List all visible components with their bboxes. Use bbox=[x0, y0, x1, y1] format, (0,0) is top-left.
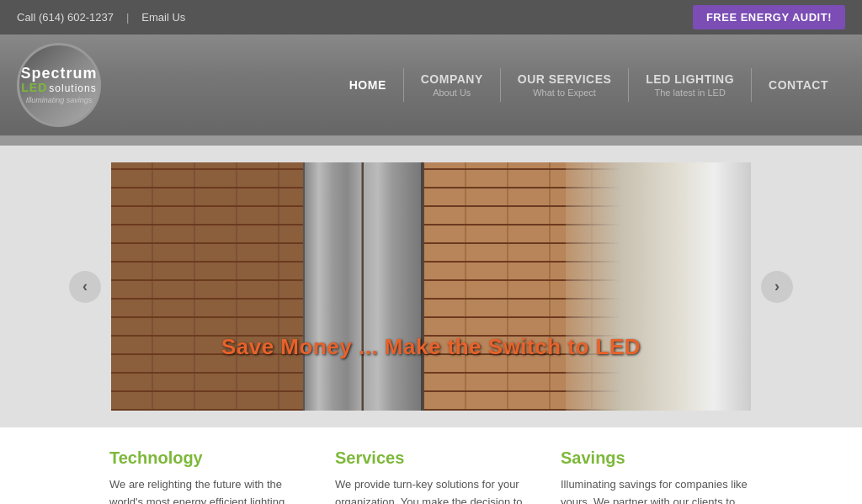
feature-savings-text: Illuminating savings for companies like … bbox=[561, 476, 753, 504]
nav-item-home[interactable]: HOME bbox=[333, 72, 403, 98]
top-bar-contact: Call (614) 602-1237 | Email Us bbox=[17, 11, 185, 24]
brick-wall-left bbox=[111, 162, 305, 411]
hero-text: Save Money ... Make the Switch to LED bbox=[221, 334, 641, 360]
feature-services: Services We provide turn-key solutions f… bbox=[335, 448, 527, 504]
corridor-bg bbox=[566, 162, 751, 411]
nav-contact-label: CONTACT bbox=[769, 78, 828, 92]
feature-technology-text: We are relighting the future with the wo… bbox=[109, 476, 301, 504]
features-section: Technology We are relighting the future … bbox=[0, 427, 862, 504]
elevator-door-right bbox=[364, 162, 423, 411]
feature-savings: Savings Illuminating savings for compani… bbox=[561, 448, 753, 504]
brick-wall-right bbox=[424, 162, 751, 411]
hero-container: ‹ Save Money ... Make the Switch to LED … bbox=[111, 162, 751, 411]
elevator-door-left bbox=[303, 162, 362, 411]
email-link[interactable]: Email Us bbox=[141, 11, 185, 24]
top-bar: Call (614) 602-1237 | Email Us FREE ENER… bbox=[0, 0, 862, 34]
nav-item-led[interactable]: LED LIGHTING The latest in LED bbox=[629, 66, 751, 104]
header: Spectrum LED solutions Illuminating savi… bbox=[0, 34, 862, 135]
nav-home-label: HOME bbox=[349, 78, 386, 92]
feature-services-text: We provide turn-key solutions for your o… bbox=[335, 476, 527, 504]
feature-technology-title: Technology bbox=[109, 448, 301, 468]
feature-services-title: Services bbox=[335, 448, 527, 468]
logo-solutions-text: solutions bbox=[49, 82, 96, 94]
nav-item-company[interactable]: COMPANY About Us bbox=[404, 66, 500, 104]
nav-company-sub: About Us bbox=[421, 88, 483, 98]
hero-section: ‹ Save Money ... Make the Switch to LED … bbox=[0, 146, 862, 427]
logo-area[interactable]: Spectrum LED solutions Illuminating savi… bbox=[17, 43, 101, 127]
feature-savings-title: Savings bbox=[561, 448, 753, 468]
header-bottom-band bbox=[0, 135, 862, 146]
main-nav: HOME COMPANY About Us OUR SERVICES What … bbox=[333, 66, 845, 104]
nav-item-contact[interactable]: CONTACT bbox=[752, 72, 845, 98]
logo-spectrum-text: Spectrum bbox=[20, 66, 97, 81]
feature-technology: Technology We are relighting the future … bbox=[109, 448, 301, 504]
nav-services-sub: What to Expect bbox=[518, 88, 612, 98]
hero-prev-button[interactable]: ‹ bbox=[69, 271, 101, 303]
phone-text: Call (614) 602-1237 bbox=[17, 11, 114, 24]
nav-company-label: COMPANY bbox=[421, 72, 483, 86]
logo-circle: Spectrum LED solutions Illuminating savi… bbox=[17, 43, 101, 127]
nav-services-label: OUR SERVICES bbox=[518, 72, 612, 86]
logo-led-text: LED bbox=[21, 81, 47, 94]
hero-next-button[interactable]: › bbox=[761, 271, 793, 303]
logo-tagline-text: Illuminating savings bbox=[20, 96, 97, 104]
divider: | bbox=[126, 11, 129, 24]
nav-led-label: LED LIGHTING bbox=[646, 72, 734, 86]
free-audit-button[interactable]: FREE ENERGY AUDIT! bbox=[693, 5, 845, 29]
hero-image: Save Money ... Make the Switch to LED bbox=[111, 162, 751, 411]
nav-led-sub: The latest in LED bbox=[646, 88, 734, 98]
nav-item-services[interactable]: OUR SERVICES What to Expect bbox=[501, 66, 629, 104]
